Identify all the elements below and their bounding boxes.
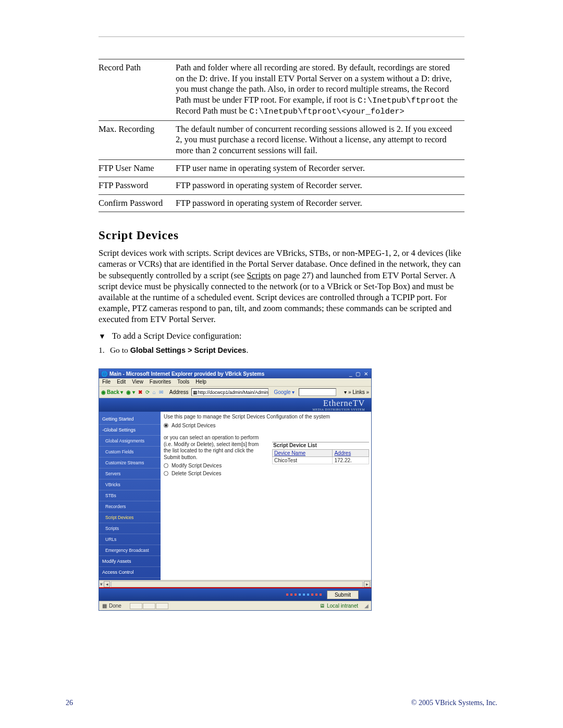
ie-app-icon: 🌐 (101, 371, 107, 377)
resize-grip-icon: ◢ (364, 603, 368, 609)
ie-titlebar: 🌐 Main - Microsoft Internet Explorer pro… (99, 369, 371, 378)
menu-edit[interactable]: Edit (117, 379, 126, 386)
radio-label: Add Script Devices (172, 423, 215, 428)
radio-label: Delete Script Devices (172, 471, 222, 476)
radio-label: Modify Script Devices (172, 463, 222, 468)
page-icon: ▦ (193, 390, 198, 395)
definitions-table: Record PathPath and folder where all rec… (99, 59, 464, 212)
stop-icon[interactable]: ✖ (138, 389, 142, 395)
copyright: © 2005 VBrick Systems, Inc. (411, 699, 497, 707)
definition-cell: FTP password in operating system of Reco… (176, 194, 464, 212)
sidebar-item[interactable]: Access Control (99, 567, 161, 578)
procedure-intro: ▼ To add a Script Device configuration: (99, 331, 464, 342)
ethernetv-banner: EtherneTV MEDIA DISTRIBUTION SYSTEM (99, 398, 371, 412)
device-table[interactable]: Device NameAddres ChicoTest172.22. (272, 449, 369, 464)
menu-tools[interactable]: Tools (177, 379, 189, 386)
section-heading: Script Devices (99, 229, 464, 242)
home-icon[interactable]: ⌂ (153, 389, 156, 395)
ie-window: 🌐 Main - Microsoft Internet Explorer pro… (99, 368, 372, 611)
table-row: FTP User NameFTP user name in operating … (99, 159, 464, 177)
sidebar-item[interactable]: Emergency Broadcast (99, 545, 161, 556)
definition-cell: The default number of concurrent recordi… (176, 120, 464, 159)
definition-cell: FTP password in operating system of Reco… (176, 177, 464, 195)
step-1: 1. Go to Global Settings > Script Device… (99, 346, 464, 355)
sidebar-item[interactable]: Customize Streams (99, 458, 161, 468)
table-row: FTP PasswordFTP password in operating sy… (99, 177, 464, 195)
address-label: Address (169, 389, 189, 395)
menu-file[interactable]: File (102, 379, 111, 386)
google-toolbar-label: Google ▾ (274, 389, 295, 395)
back-button[interactable]: ◉ Back ▾ (101, 389, 123, 395)
window-controls[interactable]: _ ▢ ✕ (349, 371, 369, 377)
menu-help[interactable]: Help (195, 379, 206, 386)
address-field[interactable]: ▦ http://docwcp1/admin/Main/AdminMain. ▾ (191, 388, 268, 396)
sidebar-item[interactable]: STBs (99, 490, 161, 501)
sidebar-item[interactable]: Script Devices (99, 512, 161, 523)
zone-indicator: 🖥 Local intranet (320, 603, 358, 609)
sidebar-item[interactable]: VBricks (99, 479, 161, 490)
ie-statusbar: ▦ Done 🖥 Local intranet ◢ (99, 601, 371, 610)
body-paragraph: Script devices work with scripts. Script… (99, 248, 464, 325)
term-cell: Record Path (99, 59, 176, 121)
sidebar-item[interactable]: URLs (99, 534, 161, 545)
google-search-field[interactable] (299, 388, 336, 396)
triangle-bullet-icon: ▼ (99, 331, 106, 342)
forward-button[interactable]: ◉ ▾ (126, 389, 135, 395)
submit-button[interactable]: Submit (327, 590, 359, 599)
column-header[interactable]: Device Name (273, 450, 333, 457)
horizontal-scrollbar[interactable]: ▾ ◂▸ (99, 580, 371, 587)
script-device-list-panel: Script Device List Device NameAddres Chi… (272, 442, 369, 464)
sidebar-item[interactable]: Getting Started (99, 414, 161, 425)
definition-cell: FTP user name in operating system of Rec… (176, 159, 464, 177)
sidebar-item[interactable]: Recorders (99, 501, 161, 512)
radio-delete[interactable]: Delete Script Devices (164, 471, 370, 476)
table-row[interactable]: ChicoTest172.22. (273, 457, 369, 464)
page-number: 26 (66, 699, 73, 707)
ie-menubar[interactable]: FileEditViewFavoritesToolsHelp (99, 378, 371, 387)
sidebar-item[interactable]: Modify Assets (99, 556, 161, 567)
radio-add[interactable]: Add Script Devices (164, 423, 370, 428)
list-header: Script Device List (272, 442, 369, 449)
links-label[interactable]: ▾ » Links » (344, 389, 369, 395)
table-row: Max. RecordingThe default number of conc… (99, 120, 464, 159)
table-row: Record PathPath and folder where all rec… (99, 59, 464, 121)
term-cell: FTP User Name (99, 159, 176, 177)
page-intro: Use this page to manage the Script Devic… (164, 414, 370, 419)
table-row: Confirm PasswordFTP password in operatin… (99, 194, 464, 212)
sidebar-item[interactable]: Global Assignments (99, 436, 161, 447)
sidebar-item[interactable]: Scripts (99, 523, 161, 534)
term-cell: Max. Recording (99, 120, 176, 159)
search-icon[interactable]: ✉ (159, 389, 163, 395)
term-cell: FTP Password (99, 177, 176, 195)
radio-dot[interactable] (164, 463, 168, 468)
admin-sidebar[interactable]: Getting Started-Global SettingsGlobal As… (99, 412, 161, 580)
menu-view[interactable]: View (132, 379, 143, 386)
submit-bar: Submit (99, 587, 371, 601)
radio-dot[interactable] (164, 471, 168, 476)
sidebar-item[interactable]: Servers (99, 468, 161, 479)
admin-main: Use this page to manage the Script Devic… (161, 412, 371, 580)
term-cell: Confirm Password (99, 194, 176, 212)
ie-toolbar[interactable]: ◉ Back ▾ ◉ ▾ ✖ ⟳ ⌂ ✉ Address ▦ http://do… (99, 387, 371, 398)
menu-favorites[interactable]: Favorites (150, 379, 171, 386)
refresh-icon[interactable]: ⟳ (145, 389, 150, 395)
column-header[interactable]: Addres (333, 450, 369, 457)
radio-dot[interactable] (164, 423, 168, 428)
page-footer: 26 © 2005 VBrick Systems, Inc. (66, 699, 497, 707)
sidebar-item[interactable]: Custom Fields (99, 447, 161, 458)
operation-description: or you can select an operation to perfor… (164, 435, 267, 461)
definition-cell: Path and folder where all recording are … (176, 59, 464, 121)
sidebar-item[interactable]: -Global Settings (99, 425, 161, 436)
ie-status-icon: ▦ (102, 603, 107, 609)
